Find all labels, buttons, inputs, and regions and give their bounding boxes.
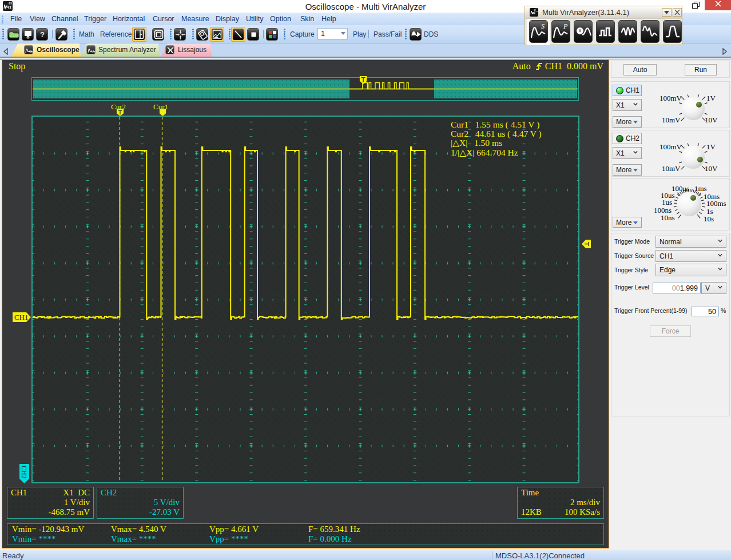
svg-text:CH2: CH2 xyxy=(20,466,28,479)
svg-text:P: P xyxy=(563,22,568,30)
svg-text:S: S xyxy=(541,22,545,30)
svg-text:?: ? xyxy=(40,30,45,39)
svg-text:CH1: CH1 xyxy=(14,313,29,321)
